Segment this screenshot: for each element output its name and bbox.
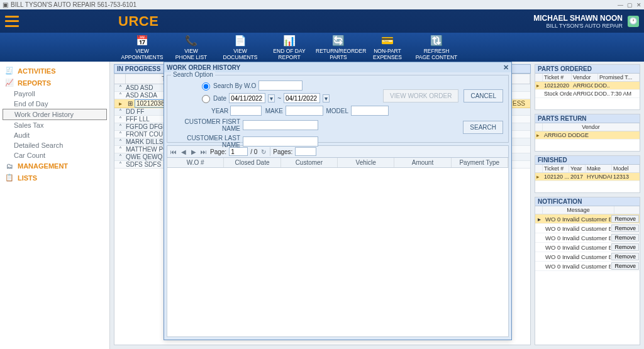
sidebar-item-work-order-history[interactable]: Work Order History — [3, 109, 107, 120]
window-titlebar: ▣ BILL TYSON'S AUTO REPAIR 561-753-6101 … — [0, 0, 644, 9]
lists-icon: 📋 — [5, 174, 14, 182]
sidebar-section-management[interactable]: 🗂MANAGEMENT — [3, 160, 107, 172]
sidebar-item-sales-tax[interactable]: Sales Tax — [3, 120, 107, 130]
sidebar-item-detailed-search[interactable]: Detailed Search — [3, 140, 107, 150]
collapse-icon[interactable]: ˄ — [114, 146, 126, 153]
tool-view-documents[interactable]: 📄VIEWDOCUMENTS — [218, 34, 263, 60]
sidebar-section-lists[interactable]: 📋LISTS — [3, 172, 107, 184]
col-header[interactable]: Ticket # — [543, 74, 572, 81]
col-header[interactable]: Vendor — [543, 123, 640, 131]
sidebar-section-activities[interactable]: 🧾ACTIVITIES — [3, 65, 107, 77]
tool-refresh-page[interactable]: 🔃REFRESHPAGE CONTENT — [414, 34, 459, 60]
sidebar-item-payroll[interactable]: Payroll — [3, 89, 107, 99]
model-input[interactable] — [351, 106, 389, 116]
sidebar-section-reports[interactable]: 📈REPORTS — [3, 77, 107, 89]
notification-row[interactable]: WO 0 Invalid Customer EmailRemove — [535, 243, 640, 252]
tool-view-phone-list[interactable]: 📞VIEWPHONE LIST — [169, 34, 214, 60]
col-header[interactable]: Payment Type — [452, 158, 508, 167]
last-name-input[interactable] — [243, 136, 318, 147]
radio-search-by-wo[interactable] — [202, 82, 210, 91]
remove-button[interactable]: Remove — [611, 215, 639, 223]
col-header[interactable]: Year — [569, 165, 586, 172]
col-header[interactable]: Model — [612, 165, 640, 172]
phone-icon: 📞 — [169, 35, 214, 47]
date-to-input[interactable] — [284, 93, 320, 103]
search-button[interactable]: SEARCH — [463, 121, 503, 134]
sidebar-item-audit[interactable]: Audit — [3, 130, 107, 140]
tool-end-of-day-report[interactable]: 📊END OF DAYREPORT — [267, 34, 312, 60]
dropdown-icon[interactable]: ▾ — [323, 94, 330, 102]
sidebar-item-car-count[interactable]: Car Count — [3, 150, 107, 160]
col-header[interactable]: Ticket # — [543, 165, 569, 172]
minimize-icon[interactable]: — — [618, 2, 623, 8]
col-header[interactable]: Closed Date — [224, 158, 280, 167]
hamburger-icon[interactable] — [5, 16, 19, 27]
dropdown-icon[interactable]: ▾ — [268, 94, 275, 102]
notification-row[interactable]: ▸WO 0 Invalid Customer EmailRemove — [535, 214, 640, 224]
user-company: BILL TYSON'S AUTO REPAIR — [533, 23, 623, 29]
collapse-icon[interactable]: ˄ — [114, 92, 126, 99]
notification-row[interactable]: WO 0 Invalid Customer EmailRemove — [535, 262, 640, 271]
expense-icon: 💳 — [365, 35, 410, 47]
management-icon: 🗂 — [5, 162, 14, 170]
collapse-icon[interactable]: ˄ — [114, 153, 126, 160]
collapse-icon[interactable]: ˄ — [114, 161, 126, 168]
col-header[interactable]: Vehicle — [338, 158, 394, 167]
tool-non-part-expenses[interactable]: 💳NON-PARTEXPENSES — [365, 34, 410, 60]
maximize-icon[interactable]: ▢ — [627, 2, 633, 8]
cancel-button[interactable]: CANCEL — [464, 89, 503, 102]
activities-icon: 🧾 — [5, 67, 14, 75]
expand-icon[interactable]: ⊞ — [126, 100, 135, 107]
col-header[interactable]: Make — [586, 165, 612, 172]
panel-title: FINISHED — [535, 156, 640, 165]
collapse-icon[interactable]: ˄ — [114, 108, 126, 115]
notification-row[interactable]: WO 0 Invalid Customer EmailRemove — [535, 224, 640, 233]
remove-button[interactable]: Remove — [611, 243, 639, 251]
notification-row[interactable]: WO 0 Invalid Customer EmailRemove — [535, 233, 640, 243]
dialog-title-bar[interactable]: WORK ORDER HISTORY ✕ — [164, 62, 511, 72]
sidebar-item-end-of-day[interactable]: End of Day — [3, 99, 107, 109]
user-name: MICHAEL SHAWN NOON — [533, 14, 623, 23]
date-from-input[interactable] — [229, 93, 265, 103]
notification-row[interactable]: WO 0 Invalid Customer EmailRemove — [535, 252, 640, 262]
refresh-icon: 🔃 — [414, 35, 459, 47]
col-header[interactable]: Amount — [394, 158, 451, 167]
collapse-icon[interactable]: ˄ — [114, 116, 126, 123]
remove-button[interactable]: Remove — [611, 262, 639, 270]
col-header[interactable]: W.O # — [167, 158, 224, 167]
collapse-icon[interactable]: ˄ — [114, 131, 126, 138]
remove-button[interactable]: Remove — [611, 253, 639, 260]
collapse-icon[interactable]: ˄ — [114, 123, 126, 130]
notification-panel: NOTIFICATION Message ▸WO 0 Invalid Custo… — [535, 197, 640, 345]
col-header[interactable]: Vendor — [572, 74, 598, 81]
toolbar: 📅VIEWAPPOINTMENTS 📞VIEWPHONE LIST 📄VIEWD… — [0, 33, 644, 62]
calendar-icon: 📅 — [119, 35, 165, 47]
radio-date[interactable] — [202, 95, 210, 103]
clock-icon[interactable]: 🕐 — [628, 16, 639, 27]
col-header[interactable]: Message — [543, 206, 614, 214]
table-row[interactable]: Stock Order ARRIGO DOD... 7:30 AM — [535, 90, 640, 98]
dialog-close-icon[interactable]: ✕ — [503, 64, 509, 72]
user-block: MICHAEL SHAWN NOON BILL TYSON'S AUTO REP… — [533, 14, 644, 29]
work-order-history-dialog: WORK ORDER HISTORY ✕ Search Option Searc… — [164, 62, 512, 340]
panel-title: NOTIFICATION — [535, 197, 640, 206]
reports-icon: 📈 — [5, 79, 14, 87]
result-header: W.O # Closed Date Customer Vehicle Amoun… — [167, 158, 509, 168]
search-option-box: Search Option Search By W.O Date ▾ ~ ▾ — [167, 75, 509, 143]
year-input[interactable] — [230, 106, 262, 116]
wo-input[interactable] — [258, 80, 303, 91]
table-row[interactable]: ▸ARRIGO DODGE — [535, 131, 640, 140]
collapse-icon[interactable]: ˄ — [114, 84, 126, 91]
table-row[interactable]: ▸ 102120 ... 2017 HYUNDAI 12313 — [535, 173, 640, 181]
make-input[interactable] — [286, 106, 323, 116]
tool-return-reorder-parts[interactable]: 🔄RETURN/REORDERPARTS — [316, 34, 361, 60]
remove-button[interactable]: Remove — [611, 234, 639, 241]
tool-view-appointments[interactable]: 📅VIEWAPPOINTMENTS — [119, 34, 165, 60]
collapse-icon[interactable]: ˄ — [114, 138, 126, 145]
close-icon[interactable]: ✕ — [636, 2, 641, 8]
table-row[interactable]: ▸ 10212020 ARRIGO DOD... — [535, 82, 640, 90]
remove-button[interactable]: Remove — [611, 224, 639, 232]
first-name-input[interactable] — [243, 120, 318, 130]
col-header[interactable]: Promised T... — [598, 74, 640, 81]
col-header[interactable]: Customer — [281, 158, 338, 167]
